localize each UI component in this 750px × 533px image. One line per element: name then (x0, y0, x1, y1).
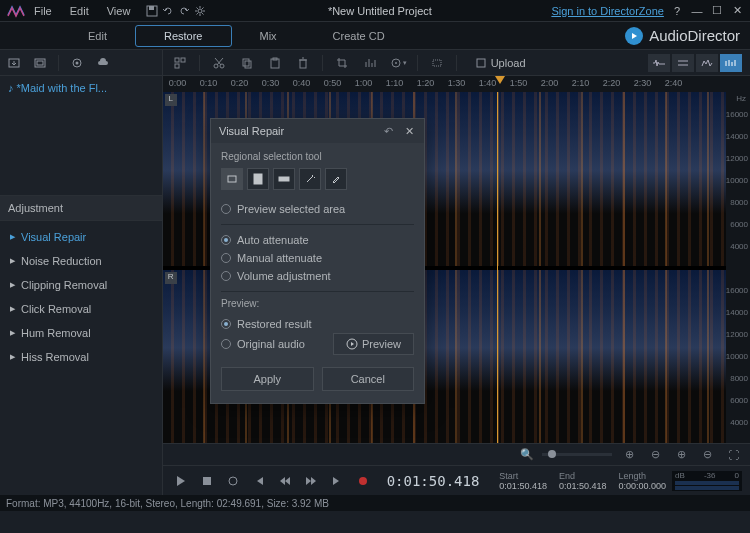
crop-icon[interactable] (333, 54, 351, 72)
signin-link[interactable]: Sign in to DirectorZone (551, 5, 664, 17)
freq-tick: 6000 (730, 220, 748, 229)
dialog-close-button[interactable]: ✕ (402, 125, 416, 138)
brand-icon (625, 27, 643, 45)
import-media-icon[interactable] (6, 55, 22, 71)
menu-edit[interactable]: Edit (70, 5, 89, 17)
select-rect-tool[interactable] (221, 168, 243, 190)
tab-edit[interactable]: Edit (60, 26, 135, 46)
menu-file[interactable]: File (34, 5, 52, 17)
play-button[interactable] (171, 471, 191, 491)
tab-mix[interactable]: Mix (232, 26, 305, 46)
cut-icon[interactable] (210, 54, 228, 72)
save-icon[interactable] (144, 3, 160, 19)
zoom-out-h-icon[interactable]: ⊖ (646, 446, 664, 464)
apply-button[interactable]: Apply (221, 367, 314, 391)
redo-icon[interactable] (176, 3, 192, 19)
svg-rect-5 (37, 61, 43, 65)
freq-tick: 16000 (726, 286, 748, 295)
adj-visual-repair[interactable]: ▶Visual Repair (0, 225, 162, 249)
svg-rect-24 (228, 176, 236, 182)
svg-rect-1 (149, 6, 154, 10)
view-freq-icon[interactable] (696, 54, 718, 72)
auto-attenuate-radio[interactable]: Auto attenuate (221, 231, 414, 249)
record-button[interactable] (353, 471, 373, 491)
record-icon[interactable] (69, 55, 85, 71)
copy-icon[interactable] (238, 54, 256, 72)
delete-icon[interactable] (294, 54, 312, 72)
maximize-button[interactable]: ☐ (710, 4, 724, 18)
adj-noise-reduction[interactable]: ▶Noise Reduction (0, 249, 162, 273)
freq-tick: 6000 (730, 396, 748, 405)
tab-restore[interactable]: Restore (135, 25, 232, 47)
paste-icon[interactable] (266, 54, 284, 72)
stop-button[interactable] (197, 471, 217, 491)
adj-click-removal[interactable]: ▶Click Removal (0, 297, 162, 321)
prev-button[interactable] (249, 471, 269, 491)
help-icon[interactable]: ? (674, 5, 680, 17)
zoom-out-v-icon[interactable]: ⊖ (698, 446, 716, 464)
next-button[interactable] (327, 471, 347, 491)
brush-tool[interactable] (325, 168, 347, 190)
adj-hiss-removal[interactable]: ▶Hiss Removal (0, 345, 162, 369)
cloud-icon[interactable] (95, 55, 111, 71)
adj-clipping-removal[interactable]: ▶Clipping Removal (0, 273, 162, 297)
view-both-icon[interactable] (672, 54, 694, 72)
manual-attenuate-radio[interactable]: Manual attenuate (221, 249, 414, 267)
time-ruler[interactable]: 0:000:100:200:300:400:501:001:101:201:30… (163, 76, 750, 92)
zoom-in-v-icon[interactable]: ⊕ (672, 446, 690, 464)
channels-icon[interactable]: ▾ (389, 54, 407, 72)
svg-point-7 (76, 61, 79, 64)
zoom-in-h-icon[interactable]: ⊕ (620, 446, 638, 464)
volume-adjust-radio[interactable]: Volume adjustment (221, 267, 414, 285)
settings-icon[interactable] (192, 3, 208, 19)
import-folder-icon[interactable] (32, 55, 48, 71)
minimize-button[interactable]: — (690, 4, 704, 18)
view-waveform-icon[interactable] (648, 54, 670, 72)
preview-label: Preview: (221, 298, 414, 309)
undo-icon[interactable] (160, 3, 176, 19)
zoom-bar: 🔍 ⊕ ⊖ ⊕ ⊖ ⛶ (163, 443, 750, 465)
brand: AudioDirector (625, 27, 740, 45)
original-audio-radio[interactable]: Original audio (221, 335, 305, 353)
ruler-tick: 0:40 (293, 78, 311, 88)
freq-tick: 16000 (726, 110, 748, 119)
magic-wand-tool[interactable] (299, 168, 321, 190)
frequency-scale: Hz 1600014000120001000080006000400016000… (726, 92, 750, 443)
file-list: ♪ *Maid with the Fl... (0, 76, 162, 196)
preview-area-radio[interactable]: Preview selected area (221, 200, 414, 218)
preview-button[interactable]: Preview (333, 333, 414, 355)
view-spectro-icon[interactable] (720, 54, 742, 72)
zoom-out-icon[interactable]: 🔍 (520, 448, 534, 461)
playhead-line (497, 92, 498, 443)
ruler-tick: 2:10 (572, 78, 590, 88)
loop-button[interactable] (223, 471, 243, 491)
ruler-tick: 2:30 (634, 78, 652, 88)
close-button[interactable]: ✕ (730, 4, 744, 18)
svg-rect-9 (181, 58, 185, 62)
cancel-button[interactable]: Cancel (322, 367, 415, 391)
select-time-tool[interactable] (247, 168, 269, 190)
adj-hum-removal[interactable]: ▶Hum Removal (0, 321, 162, 345)
ruler-tick: 1:20 (417, 78, 435, 88)
ruler-tick: 0:10 (200, 78, 218, 88)
forward-button[interactable] (301, 471, 321, 491)
statusbar: Format: MP3, 44100Hz, 16-bit, Stereo, Le… (0, 495, 750, 511)
restored-result-radio[interactable]: Restored result (221, 315, 414, 333)
freq-tick: 14000 (726, 308, 748, 317)
rewind-button[interactable] (275, 471, 295, 491)
library-icon[interactable] (171, 54, 189, 72)
app-logo (6, 3, 26, 19)
svg-rect-21 (477, 59, 485, 67)
svg-rect-25 (254, 174, 262, 184)
normalize-icon[interactable] (361, 54, 379, 72)
dialog-undo-icon[interactable]: ↶ (380, 123, 396, 139)
upload-button[interactable]: Upload (467, 55, 534, 71)
menu-view[interactable]: View (107, 5, 131, 17)
zoom-fit-icon[interactable]: ⛶ (724, 446, 742, 464)
end-time: 0:01:50.418 (559, 481, 607, 491)
select-freq-tool[interactable] (273, 168, 295, 190)
file-item[interactable]: ♪ *Maid with the Fl... (4, 80, 158, 96)
zoom-slider[interactable] (542, 453, 612, 456)
tab-create-cd[interactable]: Create CD (305, 26, 413, 46)
select-time-icon[interactable] (428, 54, 446, 72)
